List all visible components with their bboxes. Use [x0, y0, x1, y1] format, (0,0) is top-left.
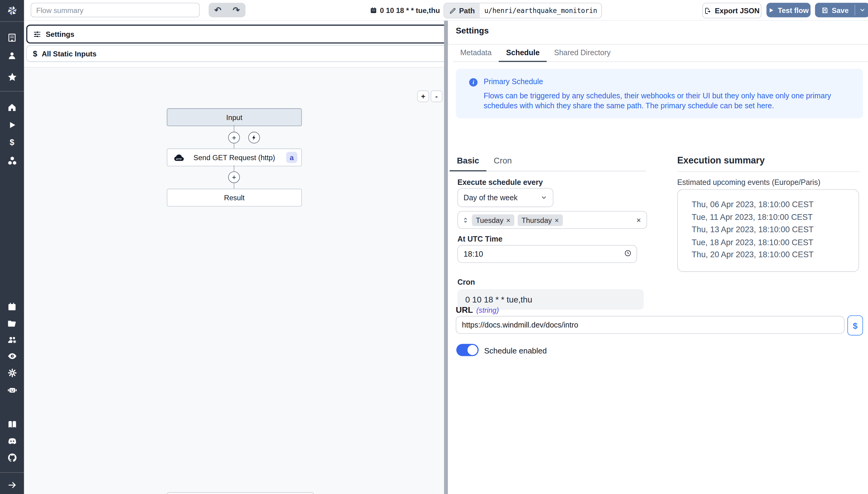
days-multiselect[interactable]: Tuesday × Thursday × × — [457, 211, 647, 229]
frequency-select[interactable]: Day of the week — [457, 188, 553, 207]
sidebar-item-audit-logs[interactable] — [0, 351, 24, 361]
home-icon — [7, 103, 17, 112]
sidebar-item-workspace[interactable] — [0, 33, 24, 42]
settings-panel-title: Settings — [456, 26, 489, 35]
sidebar-item-workers[interactable] — [0, 384, 24, 395]
flow-settings-bar[interactable]: Settings — [26, 24, 451, 43]
pencil-icon — [449, 7, 456, 14]
eye-icon — [7, 351, 17, 361]
primary-schedule-info-box: i Primary Schedule Flows can be triggere… — [456, 69, 863, 118]
export-json-button[interactable]: Export JSON — [702, 3, 761, 18]
book-icon — [7, 419, 17, 429]
redo-button[interactable]: ↷ — [229, 4, 244, 16]
sidebar-item-variables[interactable]: $ — [0, 138, 24, 147]
tab-shared-directory[interactable]: Shared Directory — [547, 45, 618, 62]
user-icon — [7, 51, 17, 60]
sidebar-item-github[interactable] — [0, 453, 24, 463]
windmill-logo[interactable] — [0, 4, 24, 17]
cron-schedule-badge[interactable]: 0 10 18 * * tue,thu — [370, 0, 440, 20]
add-step-button[interactable]: + — [228, 132, 240, 144]
save-dropdown-button[interactable] — [855, 3, 868, 17]
url-label: URL(string) — [456, 305, 499, 314]
frequency-value: Day of the week — [463, 193, 517, 202]
flow-summary-input[interactable] — [31, 3, 200, 17]
robot-icon — [7, 384, 17, 395]
flow-node-result[interactable]: Result — [167, 189, 302, 207]
sidebar-item-schedules[interactable] — [0, 302, 24, 311]
cron-label: Cron — [457, 278, 475, 286]
flow-node-input[interactable]: Input — [167, 108, 302, 126]
sidebar-divider — [0, 21, 24, 22]
step-id-badge: a — [286, 152, 297, 163]
folder-icon — [7, 319, 17, 328]
save-button-group: Save — [815, 3, 868, 17]
arrow-right-icon — [7, 480, 17, 490]
calendar-icon — [370, 6, 377, 14]
add-step-button[interactable]: + — [228, 171, 240, 183]
play-icon — [768, 7, 774, 13]
star-icon — [7, 72, 17, 82]
path-value[interactable]: u/henri/earthquake_monitorin — [480, 3, 601, 18]
save-button[interactable]: Save — [815, 3, 855, 17]
http-cloud-icon: HTTP — [173, 153, 185, 162]
dollar-icon: $ — [33, 49, 37, 58]
sidebar-item-discord[interactable] — [0, 436, 24, 446]
flow-settings-label: Settings — [46, 30, 75, 38]
all-static-inputs-bar[interactable]: $ All Static Inputs — [26, 45, 452, 62]
sidebar-item-groups[interactable] — [0, 335, 24, 345]
upcoming-event: Tue, 11 Apr 2023, 18:10:00 CEST — [692, 211, 859, 224]
all-static-inputs-label: All Static Inputs — [42, 50, 96, 58]
settings-panel: Settings Metadata Schedule Shared Direct… — [448, 20, 868, 494]
remove-day-button[interactable]: × — [555, 216, 559, 224]
zoom-out-button[interactable]: - — [431, 91, 442, 102]
dollar-icon: $ — [9, 138, 14, 147]
sidebar: $ — [0, 0, 24, 494]
flow-canvas[interactable]: + - Input + HTTP Send GET Request (http)… — [24, 67, 444, 494]
tab-schedule[interactable]: Schedule — [499, 45, 547, 62]
upcoming-events-box: Thu, 06 Apr 2023, 18:10:00 CEST Tue, 11 … — [677, 189, 859, 272]
panel-splitter[interactable] — [444, 20, 448, 494]
sidebar-item-favorites[interactable] — [0, 72, 24, 82]
save-icon — [821, 6, 829, 14]
tab-cron[interactable]: Cron — [487, 156, 519, 171]
sidebar-item-folders[interactable] — [0, 319, 24, 328]
tab-metadata[interactable]: Metadata — [453, 45, 499, 62]
schedule-enabled-toggle[interactable] — [456, 344, 479, 356]
undo-button[interactable]: ↶ — [210, 4, 226, 16]
file-export-icon — [704, 7, 712, 14]
trigger-bolt-button[interactable] — [248, 132, 260, 144]
sidebar-expand-button[interactable] — [0, 480, 24, 490]
path-badge[interactable]: Path u/henri/earthquake_monitorin — [443, 3, 602, 18]
utc-time-input[interactable] — [457, 245, 637, 263]
sidebar-item-home[interactable] — [0, 103, 24, 112]
flow-editor-panel: Settings $ All Static Inputs + - Input +… — [24, 20, 444, 494]
remove-day-button[interactable]: × — [506, 216, 510, 224]
discord-icon — [7, 436, 17, 446]
execution-summary-title: Execution summary — [677, 155, 765, 166]
svg-text:HTTP: HTTP — [176, 158, 182, 160]
clear-days-button[interactable]: × — [636, 215, 642, 224]
flow-node-step[interactable]: HTTP Send GET Request (http) a — [167, 148, 302, 166]
export-json-label: Export JSON — [715, 6, 760, 15]
tab-basic[interactable]: Basic — [450, 156, 487, 171]
schedule-enabled-label: Schedule enabled — [484, 346, 547, 355]
test-flow-button[interactable]: Test flow — [766, 3, 810, 17]
sidebar-item-docs[interactable] — [0, 419, 24, 429]
sidebar-item-user[interactable] — [0, 51, 24, 60]
day-tag-label: Tuesday — [476, 216, 503, 224]
url-input[interactable] — [456, 316, 845, 334]
sidebar-item-resources[interactable] — [0, 156, 24, 166]
github-icon — [7, 453, 17, 463]
building-icon — [7, 33, 17, 42]
flow-node-step-label: Send GET Request (http) — [194, 153, 275, 162]
cubes-icon — [7, 156, 17, 166]
insert-variable-button[interactable]: $ — [848, 316, 863, 336]
zoom-in-button[interactable]: + — [417, 91, 429, 102]
cron-badge-text: 0 10 18 * * tue,thu — [380, 6, 440, 14]
sidebar-item-runs[interactable] — [0, 121, 24, 130]
unfold-icon — [462, 217, 468, 223]
play-icon — [7, 121, 17, 130]
upcoming-event: Tue, 18 Apr 2023, 18:10:00 CEST — [692, 236, 859, 248]
sidebar-item-workspace-settings[interactable] — [0, 368, 24, 378]
error-handler-box[interactable]: Error handler — [167, 492, 314, 494]
